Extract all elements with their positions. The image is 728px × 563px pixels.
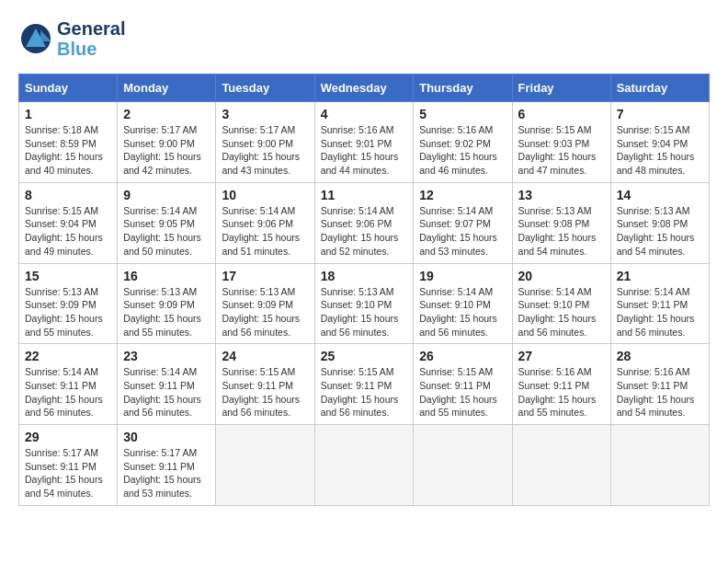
day-info: Sunrise: 5:14 AMSunset: 9:11 PMDaylight:… — [617, 285, 703, 339]
day-number: 17 — [222, 269, 308, 283]
day-info: Sunrise: 5:13 AMSunset: 9:09 PMDaylight:… — [123, 285, 210, 339]
calendar-day-cell — [610, 425, 709, 506]
calendar-day-cell: 30Sunrise: 5:17 AMSunset: 9:11 PMDayligh… — [118, 425, 216, 506]
day-number: 25 — [321, 349, 408, 363]
calendar-day-cell: 15Sunrise: 5:13 AMSunset: 9:09 PMDayligh… — [19, 263, 118, 344]
calendar-day-cell: 12Sunrise: 5:14 AMSunset: 9:07 PMDayligh… — [414, 182, 512, 263]
day-info: Sunrise: 5:14 AMSunset: 9:07 PMDaylight:… — [419, 204, 506, 259]
calendar-table: SundayMondayTuesdayWednesdayThursdayFrid… — [18, 74, 710, 506]
day-info: Sunrise: 5:15 AMSunset: 9:11 PMDaylight:… — [419, 365, 506, 419]
day-number: 18 — [321, 269, 408, 283]
calendar-day-cell: 10Sunrise: 5:14 AMSunset: 9:06 PMDayligh… — [216, 182, 314, 263]
day-info: Sunrise: 5:16 AMSunset: 9:11 PMDaylight:… — [518, 365, 605, 419]
weekday-header: Friday — [512, 75, 610, 102]
calendar-week-row: 29Sunrise: 5:17 AMSunset: 9:11 PMDayligh… — [19, 425, 710, 506]
calendar-day-cell: 17Sunrise: 5:13 AMSunset: 9:09 PMDayligh… — [216, 263, 314, 344]
calendar-day-cell: 20Sunrise: 5:14 AMSunset: 9:10 PMDayligh… — [512, 263, 610, 344]
day-info: Sunrise: 5:14 AMSunset: 9:06 PMDaylight:… — [321, 204, 408, 259]
calendar-day-cell: 28Sunrise: 5:16 AMSunset: 9:11 PMDayligh… — [610, 344, 709, 425]
day-info: Sunrise: 5:14 AMSunset: 9:11 PMDaylight:… — [25, 365, 111, 419]
day-number: 16 — [123, 269, 210, 283]
day-info: Sunrise: 5:17 AMSunset: 9:11 PMDaylight:… — [25, 446, 111, 500]
day-info: Sunrise: 5:17 AMSunset: 9:11 PMDaylight:… — [123, 446, 210, 500]
calendar-day-cell — [216, 425, 314, 506]
day-number: 23 — [123, 349, 210, 363]
day-info: Sunrise: 5:14 AMSunset: 9:10 PMDaylight:… — [419, 285, 506, 339]
day-number: 15 — [25, 269, 111, 283]
day-number: 22 — [25, 349, 111, 363]
calendar-day-cell: 1Sunrise: 5:18 AMSunset: 8:59 PMDaylight… — [19, 102, 118, 183]
day-number: 29 — [25, 430, 111, 444]
weekday-header: Saturday — [610, 75, 709, 102]
day-number: 28 — [617, 349, 703, 363]
day-number: 5 — [419, 107, 506, 121]
day-number: 20 — [518, 269, 605, 283]
day-info: Sunrise: 5:15 AMSunset: 9:11 PMDaylight:… — [222, 365, 308, 419]
calendar-header-row: SundayMondayTuesdayWednesdayThursdayFrid… — [19, 75, 710, 102]
calendar-day-cell: 13Sunrise: 5:13 AMSunset: 9:08 PMDayligh… — [512, 182, 610, 263]
day-number: 12 — [419, 188, 506, 202]
weekday-header: Thursday — [414, 75, 512, 102]
day-number: 7 — [617, 107, 703, 121]
day-info: Sunrise: 5:13 AMSunset: 9:09 PMDaylight:… — [222, 285, 308, 339]
logo-blue: Blue — [57, 39, 97, 59]
calendar-day-cell — [414, 425, 512, 506]
day-number: 4 — [321, 107, 408, 121]
calendar-day-cell: 9Sunrise: 5:14 AMSunset: 9:05 PMDaylight… — [118, 182, 216, 263]
day-info: Sunrise: 5:17 AMSunset: 9:00 PMDaylight:… — [222, 123, 308, 178]
day-info: Sunrise: 5:15 AMSunset: 9:11 PMDaylight:… — [321, 365, 408, 419]
calendar-day-cell: 11Sunrise: 5:14 AMSunset: 9:06 PMDayligh… — [314, 182, 414, 263]
calendar-day-cell: 19Sunrise: 5:14 AMSunset: 9:10 PMDayligh… — [414, 263, 512, 344]
calendar-day-cell: 26Sunrise: 5:15 AMSunset: 9:11 PMDayligh… — [414, 344, 512, 425]
day-info: Sunrise: 5:16 AMSunset: 9:01 PMDaylight:… — [321, 123, 408, 178]
day-number: 26 — [419, 349, 506, 363]
day-info: Sunrise: 5:17 AMSunset: 9:00 PMDaylight:… — [123, 123, 210, 178]
day-number: 21 — [617, 269, 703, 283]
day-number: 27 — [518, 349, 605, 363]
calendar-day-cell: 22Sunrise: 5:14 AMSunset: 9:11 PMDayligh… — [19, 344, 118, 425]
day-number: 6 — [518, 107, 605, 121]
calendar-day-cell — [512, 425, 610, 506]
calendar-day-cell: 16Sunrise: 5:13 AMSunset: 9:09 PMDayligh… — [118, 263, 216, 344]
day-number: 10 — [222, 188, 308, 202]
day-info: Sunrise: 5:15 AMSunset: 9:04 PMDaylight:… — [617, 123, 703, 178]
weekday-header: Wednesday — [314, 75, 414, 102]
day-info: Sunrise: 5:14 AMSunset: 9:06 PMDaylight:… — [222, 204, 308, 259]
day-info: Sunrise: 5:14 AMSunset: 9:10 PMDaylight:… — [518, 285, 605, 339]
calendar-day-cell: 4Sunrise: 5:16 AMSunset: 9:01 PMDaylight… — [314, 102, 414, 183]
calendar-day-cell: 29Sunrise: 5:17 AMSunset: 9:11 PMDayligh… — [19, 425, 118, 506]
day-number: 2 — [123, 107, 210, 121]
calendar-day-cell — [314, 425, 414, 506]
calendar-day-cell: 21Sunrise: 5:14 AMSunset: 9:11 PMDayligh… — [610, 263, 709, 344]
day-number: 3 — [222, 107, 308, 121]
calendar-week-row: 8Sunrise: 5:15 AMSunset: 9:04 PMDaylight… — [19, 182, 710, 263]
calendar-day-cell: 8Sunrise: 5:15 AMSunset: 9:04 PMDaylight… — [19, 182, 118, 263]
calendar-day-cell: 24Sunrise: 5:15 AMSunset: 9:11 PMDayligh… — [216, 344, 314, 425]
weekday-header: Tuesday — [216, 75, 314, 102]
weekday-header: Sunday — [19, 75, 118, 102]
day-info: Sunrise: 5:18 AMSunset: 8:59 PMDaylight:… — [25, 123, 111, 178]
calendar-week-row: 1Sunrise: 5:18 AMSunset: 8:59 PMDaylight… — [19, 102, 710, 183]
calendar-day-cell: 25Sunrise: 5:15 AMSunset: 9:11 PMDayligh… — [314, 344, 414, 425]
day-info: Sunrise: 5:16 AMSunset: 9:11 PMDaylight:… — [617, 365, 703, 419]
day-info: Sunrise: 5:16 AMSunset: 9:02 PMDaylight:… — [419, 123, 506, 178]
calendar-day-cell: 5Sunrise: 5:16 AMSunset: 9:02 PMDaylight… — [414, 102, 512, 183]
day-info: Sunrise: 5:14 AMSunset: 9:05 PMDaylight:… — [123, 204, 210, 259]
calendar-day-cell: 6Sunrise: 5:15 AMSunset: 9:03 PMDaylight… — [512, 102, 610, 183]
day-info: Sunrise: 5:13 AMSunset: 9:10 PMDaylight:… — [321, 285, 408, 339]
logo: General Blue — [18, 18, 125, 59]
day-number: 13 — [518, 188, 605, 202]
day-info: Sunrise: 5:15 AMSunset: 9:03 PMDaylight:… — [518, 123, 605, 178]
day-info: Sunrise: 5:14 AMSunset: 9:11 PMDaylight:… — [123, 365, 210, 419]
day-number: 11 — [321, 188, 408, 202]
calendar-day-cell: 14Sunrise: 5:13 AMSunset: 9:08 PMDayligh… — [610, 182, 709, 263]
calendar-day-cell: 3Sunrise: 5:17 AMSunset: 9:00 PMDaylight… — [216, 102, 314, 183]
weekday-header: Monday — [118, 75, 216, 102]
day-number: 8 — [25, 188, 111, 202]
calendar-week-row: 22Sunrise: 5:14 AMSunset: 9:11 PMDayligh… — [19, 344, 710, 425]
calendar-day-cell: 18Sunrise: 5:13 AMSunset: 9:10 PMDayligh… — [314, 263, 414, 344]
day-number: 1 — [25, 107, 111, 121]
day-info: Sunrise: 5:13 AMSunset: 9:08 PMDaylight:… — [518, 204, 605, 259]
day-info: Sunrise: 5:13 AMSunset: 9:08 PMDaylight:… — [617, 204, 703, 259]
header: General Blue — [18, 18, 710, 59]
